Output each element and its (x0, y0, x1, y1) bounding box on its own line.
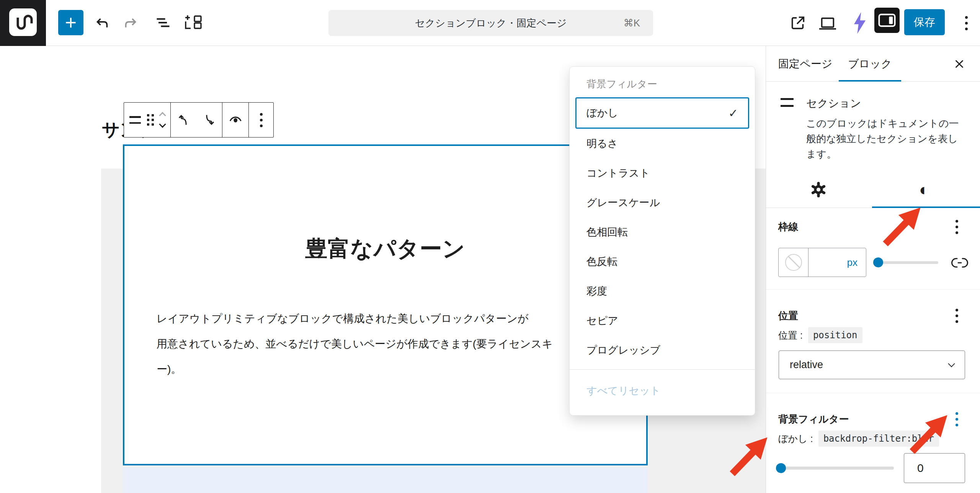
save-button[interactable]: 保存 (904, 9, 945, 35)
editor-header-bar: + セクションブロック・固定ページ ⌘K 保存 (0, 0, 980, 46)
block-card-description: このブロックはドキュメントの一般的な独立したセクションを表します。 (806, 116, 959, 162)
section-block-type-button[interactable] (129, 116, 141, 124)
border-width-slider-thumb[interactable] (873, 257, 883, 267)
filter-menu-item[interactable]: セピア (570, 306, 755, 335)
filter-menu-item[interactable]: グレースケール (570, 188, 755, 217)
block-options-menu-button[interactable] (255, 110, 267, 130)
position-panel-title: 位置 (778, 309, 798, 323)
paragraph-line: 用意されているため、並べるだけで美しいページが作成できます(要ライセンスキ (157, 331, 553, 357)
plus-icon: + (65, 13, 77, 33)
block-toolbar (124, 102, 274, 138)
border-width-input[interactable]: px (808, 248, 866, 277)
outline-icon (185, 15, 202, 31)
unit-label: px (847, 257, 858, 269)
paragraph-line: ー)。 (157, 357, 553, 382)
filter-menu-item[interactable]: プログレッシブ (570, 335, 755, 365)
border-width-control: px (778, 248, 866, 277)
drag-handle[interactable] (147, 114, 154, 126)
border-panel-options-button[interactable] (950, 218, 964, 236)
move-down-icon[interactable] (159, 121, 166, 128)
tabs-bottom-border (766, 208, 872, 208)
settings-sidebar-toggle[interactable] (874, 8, 900, 33)
sidebar-panel-icon (877, 12, 897, 29)
block-toolbar-group-main (124, 103, 171, 137)
move-to-next-icon[interactable] (202, 112, 217, 128)
tab-styles[interactable]: ◐ (915, 180, 934, 199)
panel-divider (766, 289, 980, 290)
styles-tab-underline (872, 206, 980, 208)
block-movers (160, 113, 165, 127)
position-property-label: 位置 : position (778, 327, 862, 343)
block-toolbar-group-options (249, 103, 273, 137)
tab-block[interactable]: ブロック (839, 46, 901, 82)
visibility-eye-icon[interactable] (228, 112, 243, 128)
filter-menu-item[interactable]: 明るさ (570, 129, 755, 158)
panel-divider (766, 393, 980, 393)
list-view-button[interactable] (154, 14, 172, 32)
undo-icon (93, 14, 111, 32)
styles-half-circle-icon: ◐ (919, 180, 929, 199)
active-tab-underline (839, 80, 901, 82)
redo-button[interactable] (121, 13, 141, 33)
view-site-button[interactable] (788, 13, 808, 33)
no-color-icon (785, 254, 802, 271)
blur-slider[interactable] (781, 467, 894, 470)
position-property-chip: position (808, 327, 862, 343)
redo-icon (122, 14, 140, 32)
block-card-title: セクション (806, 96, 861, 111)
block-inserter-button[interactable]: + (58, 10, 83, 35)
move-up-icon[interactable] (159, 112, 166, 119)
block-toolbar-group-visibility (222, 103, 249, 137)
command-shortcut: ⌘K (624, 10, 640, 36)
filter-menu-items: 明るさコントラストグレースケール色相回転色反転彩度セピアプログレッシブ (570, 129, 755, 365)
backdrop-panel-title: 背景フィルター (778, 413, 849, 426)
filter-menu-item-selected[interactable]: ぼかし ✓ (575, 97, 749, 129)
filter-menu-item[interactable]: 彩度 (570, 276, 755, 306)
list-view-icon (155, 15, 172, 31)
block-toolbar-group-move (171, 103, 222, 137)
position-panel-options-button[interactable] (950, 306, 964, 325)
outline-button[interactable] (184, 14, 203, 32)
tab-page[interactable]: 固定ページ (778, 46, 832, 82)
position-select[interactable]: relative (779, 351, 965, 379)
external-link-icon (789, 14, 807, 32)
blur-value-input[interactable]: 0 (904, 453, 965, 483)
border-panel-title: 枠線 (778, 220, 798, 234)
filter-menu-item[interactable]: 色反転 (570, 247, 755, 276)
border-color-button[interactable] (779, 248, 808, 277)
move-to-previous-icon[interactable] (176, 112, 191, 128)
sidebar-tabs: 固定ページ ブロック (766, 46, 980, 82)
block-card-icon (781, 98, 794, 107)
check-icon: ✓ (728, 106, 738, 120)
block-editor-screen: + セクションブロック・固定ページ ⌘K 保存 (0, 0, 980, 493)
section-block-icon (129, 116, 141, 124)
link-sides-button[interactable] (951, 257, 969, 269)
pattern-paragraph[interactable]: レイアウトプリミティブなブロックで構成された美しいブロックパターンが用意されてい… (157, 306, 553, 382)
next-section-block[interactable] (123, 468, 648, 493)
editor-options-menu-button[interactable] (959, 13, 973, 33)
unitone-logo-icon (9, 8, 37, 36)
border-width-slider[interactable] (875, 261, 938, 264)
tab-settings[interactable] (809, 180, 828, 199)
link-icon (951, 257, 969, 269)
pattern-heading[interactable]: 豊富なパターン (124, 234, 646, 264)
command-center-search[interactable]: セクションブロック・固定ページ ⌘K (328, 10, 653, 36)
close-sidebar-button[interactable] (951, 56, 968, 72)
reset-all-button[interactable]: すべてリセット (570, 370, 755, 412)
laptop-icon (817, 15, 838, 32)
document-title: セクションブロック・固定ページ (415, 16, 567, 30)
paragraph-line: レイアウトプリミティブなブロックで構成された美しいブロックパターンが (157, 306, 553, 331)
blur-slider-thumb[interactable] (776, 463, 786, 473)
close-icon (953, 58, 965, 70)
undo-button[interactable] (92, 13, 112, 33)
filter-menu-item[interactable]: 色相回転 (570, 217, 755, 247)
site-logo-button[interactable] (0, 0, 46, 46)
chevron-down-icon (948, 360, 955, 367)
selected-filter-label: ぼかし (586, 106, 618, 120)
backdrop-filter-dropdown: 背景フィルター ぼかし ✓ 明るさコントラストグレースケール色相回転色反転彩度セ… (569, 66, 755, 416)
lightning-bolt-icon (852, 11, 867, 34)
performance-bolt-button[interactable] (851, 11, 868, 35)
preview-device-button[interactable] (816, 14, 839, 33)
filter-menu-item[interactable]: コントラスト (570, 158, 755, 188)
gear-icon (810, 181, 827, 198)
